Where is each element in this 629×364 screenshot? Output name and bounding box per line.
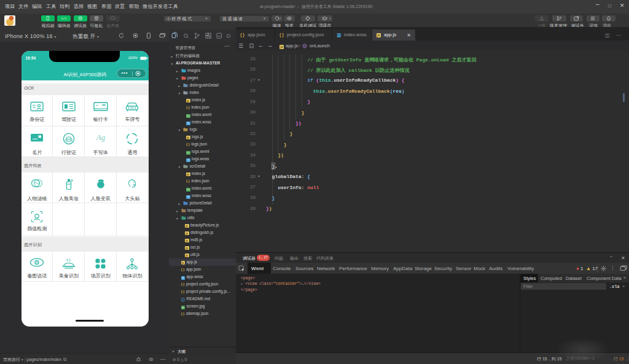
svg-text:</>: </> [61,17,67,21]
